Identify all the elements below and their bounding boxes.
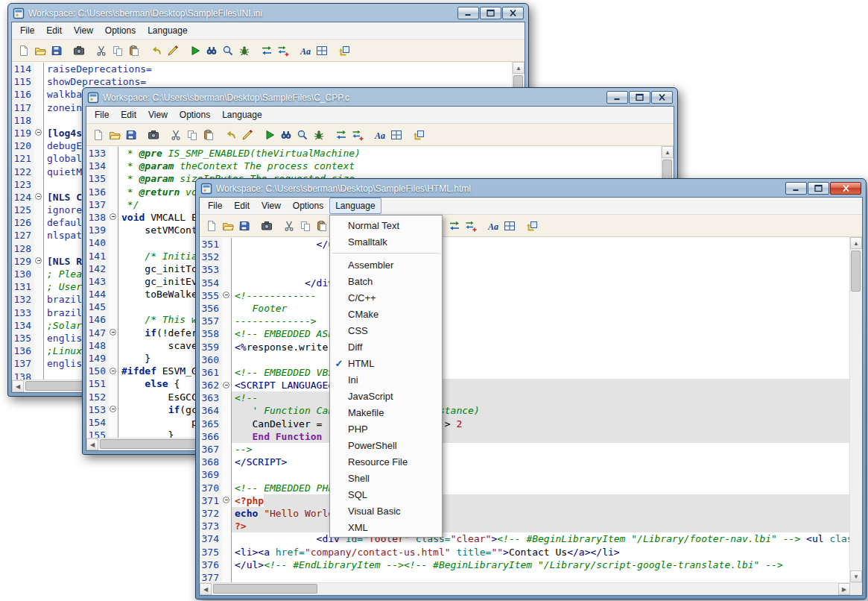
menu-edit[interactable]: Edit [228, 198, 256, 214]
language-option-sql[interactable]: SQL [330, 486, 442, 503]
switch-view-button[interactable] [524, 218, 539, 234]
language-option-assembler[interactable]: Assembler [330, 257, 442, 273]
font-button[interactable]: Aa [372, 127, 387, 143]
scroll-up-button[interactable]: ▲ [850, 237, 862, 249]
maximize-button[interactable] [480, 7, 501, 19]
menu-language[interactable]: Language [142, 22, 193, 39]
menu-language[interactable]: Language [329, 198, 381, 214]
language-option-php[interactable]: PHP [330, 421, 442, 437]
language-option-c-c[interactable]: C/C++ [330, 289, 442, 306]
find-button[interactable] [278, 127, 294, 143]
scroll-left-button[interactable]: ◀ [86, 438, 98, 450]
minimize-button[interactable] [457, 7, 479, 19]
vertical-scrollbar[interactable]: ▲ ▼ [849, 237, 862, 582]
split-window-button[interactable] [314, 43, 329, 59]
fold-marker[interactable] [223, 292, 229, 298]
language-option-visual-basic[interactable]: Visual Basic [330, 503, 442, 519]
font-button[interactable]: Aa [297, 43, 313, 59]
language-option-powershell[interactable]: PowerShell [330, 437, 442, 453]
paste-button[interactable] [200, 127, 216, 143]
zoom-button[interactable] [220, 43, 235, 59]
switch-view-button[interactable] [411, 127, 426, 143]
language-option-makefile[interactable]: Makefile [330, 404, 442, 421]
scroll-right-button[interactable]: ▶ [838, 583, 850, 595]
window-html[interactable]: Workspace: C:\Users\sberman\Desktop\Samp… [195, 178, 867, 600]
copy-button[interactable] [297, 218, 313, 234]
fold-marker[interactable] [110, 368, 116, 374]
open-folder-button[interactable] [107, 127, 122, 143]
split-window-button[interactable] [501, 218, 517, 234]
fold-marker[interactable] [110, 213, 116, 220]
language-option-xml[interactable]: XML [330, 519, 442, 535]
language-option-ini[interactable]: Ini [330, 371, 442, 388]
fold-marker[interactable] [110, 329, 116, 336]
language-option-css[interactable]: CSS [330, 322, 442, 339]
camera-button[interactable] [259, 218, 274, 234]
cut-button[interactable] [168, 127, 183, 143]
maximize-button[interactable] [808, 182, 829, 195]
fold-marker[interactable] [35, 257, 42, 264]
language-option-diff[interactable]: Diff [330, 339, 442, 355]
menu-options[interactable]: Options [174, 107, 216, 123]
debug-button[interactable] [311, 127, 326, 143]
replace-all-button[interactable] [349, 127, 365, 143]
new-file-button[interactable] [90, 127, 106, 143]
fold-marker[interactable] [223, 497, 229, 503]
language-option-javascript[interactable]: JavaScript [330, 388, 442, 404]
language-option-resource-file[interactable]: Resource File [330, 453, 442, 470]
language-option-smalltalk[interactable]: Smalltalk [330, 233, 442, 250]
titlebar[interactable]: Workspace: C:\Users\sberman\Desktop\Samp… [199, 179, 863, 197]
menu-options[interactable]: Options [99, 22, 142, 39]
save-button[interactable] [236, 218, 252, 234]
fold-marker[interactable] [35, 129, 42, 136]
maximize-button[interactable] [629, 91, 650, 104]
minimize-button[interactable] [606, 91, 628, 104]
menu-view[interactable]: View [142, 107, 174, 123]
horizontal-scrollbar-thumb[interactable] [213, 584, 317, 594]
new-file-button[interactable] [203, 218, 219, 234]
menu-edit[interactable]: Edit [40, 22, 68, 39]
pen-button[interactable] [165, 43, 180, 59]
close-button[interactable] [830, 182, 861, 195]
open-folder-button[interactable] [32, 43, 48, 59]
close-button[interactable] [651, 91, 673, 104]
menu-file[interactable]: File [202, 198, 228, 214]
horizontal-scrollbar[interactable]: ◀ ▶ [200, 582, 862, 595]
paste-button[interactable] [314, 218, 329, 234]
fold-marker[interactable] [223, 382, 229, 388]
save-button[interactable] [48, 43, 64, 59]
find-button[interactable] [203, 43, 219, 59]
replace-button[interactable] [446, 218, 462, 234]
language-option-html[interactable]: ✓HTML [330, 355, 442, 371]
split-window-button[interactable] [388, 127, 404, 143]
new-file-button[interactable] [16, 43, 31, 59]
camera-button[interactable] [145, 127, 161, 143]
replace-button[interactable] [259, 43, 274, 59]
code-area[interactable]: 351 </ul>352353354 </div>355<!----------… [200, 238, 850, 582]
scroll-left-button[interactable]: ◀ [12, 380, 24, 392]
menu-view[interactable]: View [68, 22, 99, 39]
language-option-batch[interactable]: Batch [330, 273, 442, 289]
cut-button[interactable] [281, 218, 297, 234]
scroll-up-button[interactable]: ▲ [513, 62, 525, 74]
debug-button[interactable] [236, 43, 252, 59]
language-option-normal-text[interactable]: Normal Text [330, 217, 442, 233]
menu-view[interactable]: View [256, 198, 287, 214]
cut-button[interactable] [93, 43, 109, 59]
scroll-left-button[interactable]: ◀ [200, 583, 212, 595]
save-button[interactable] [123, 127, 139, 143]
fold-marker[interactable] [110, 406, 116, 412]
switch-view-button[interactable] [336, 43, 352, 59]
replace-button[interactable] [333, 127, 349, 143]
menu-file[interactable]: File [89, 107, 115, 123]
zoom-button[interactable] [294, 127, 310, 143]
menu-language[interactable]: Language [216, 107, 267, 123]
run-button[interactable] [187, 43, 203, 59]
titlebar[interactable]: Workspace: C:\Users\sberman\Desktop\Samp… [11, 4, 525, 22]
scroll-down-button[interactable]: ▼ [850, 570, 862, 582]
menu-edit[interactable]: Edit [115, 107, 142, 123]
vertical-scrollbar-thumb[interactable] [851, 251, 861, 292]
open-folder-button[interactable] [220, 218, 235, 234]
copy-button[interactable] [110, 43, 125, 59]
editor[interactable]: 351 </ul>352353354 </div>355<!----------… [200, 237, 862, 582]
